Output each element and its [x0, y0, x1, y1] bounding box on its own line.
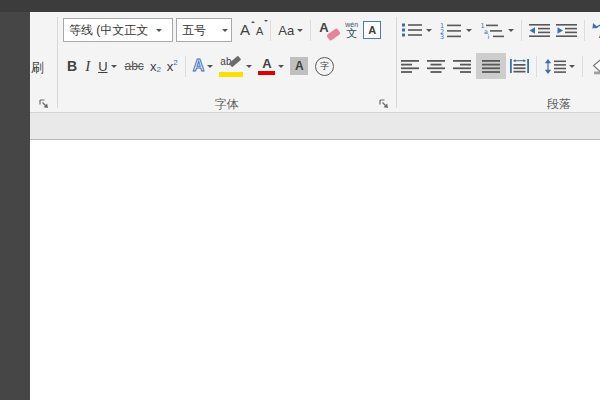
word-window: 刷 等线 (中文正文 五号 A A	[0, 0, 600, 400]
italic-icon: I	[85, 58, 90, 75]
multilevel-list-button[interactable]: 1 a i	[478, 17, 516, 43]
align-center-button[interactable]	[425, 53, 447, 79]
justify-button[interactable]	[476, 53, 506, 79]
paragraph-group-row1: 1 2 3 1 a i	[399, 16, 600, 44]
strikethrough-button[interactable]: abc	[123, 53, 146, 79]
group-separator	[396, 17, 397, 108]
superscript-icon: 2	[173, 58, 177, 67]
divider	[536, 56, 537, 77]
caret-down-icon	[264, 20, 268, 24]
font-name-combo[interactable]: 等线 (中文正文	[63, 18, 173, 42]
asian-layout-icon: A	[592, 20, 600, 40]
font-color-swatch	[258, 71, 275, 76]
font-size-combo[interactable]: 五号	[176, 18, 232, 42]
multilevel-list-icon: 1 a i	[480, 22, 505, 39]
ribbon-document-gap	[30, 113, 600, 140]
divider	[310, 20, 311, 41]
shrink-font-button[interactable]: A	[254, 17, 265, 43]
chevron-down-icon	[297, 29, 303, 35]
underline-button[interactable]: U	[96, 53, 118, 79]
line-spacing-button[interactable]	[542, 53, 577, 79]
align-center-icon	[427, 60, 445, 73]
svg-text:i: i	[488, 33, 490, 39]
underline-icon: U	[98, 59, 107, 74]
numbering-icon: 1 2 3	[439, 22, 463, 39]
chevron-down-icon	[426, 29, 432, 35]
character-border-button[interactable]: A	[361, 17, 383, 43]
chevron-down-icon	[222, 29, 228, 35]
increase-indent-icon	[556, 23, 577, 38]
highlight-icon: ab	[219, 56, 243, 77]
grow-font-button[interactable]: A	[238, 17, 252, 43]
divider	[521, 20, 522, 41]
paragraph-group-label: 段落	[399, 96, 600, 113]
chevron-down-icon	[569, 65, 575, 71]
bold-button[interactable]: B	[65, 53, 79, 79]
divider	[270, 20, 271, 41]
chevron-down-icon	[508, 29, 514, 35]
numbering-button[interactable]: 1 2 3	[437, 17, 474, 43]
change-case-icon: Aa	[278, 23, 294, 38]
shrink-font-icon: A	[256, 25, 263, 37]
change-case-button[interactable]: Aa	[276, 17, 305, 43]
dialog-launcher-icon	[378, 98, 390, 110]
character-shading-button[interactable]: A	[288, 53, 310, 79]
font-color-button[interactable]: A	[256, 53, 286, 79]
text-effects-icon: A	[193, 57, 205, 75]
strikethrough-icon: abc	[125, 59, 144, 73]
asian-layout-button[interactable]: A	[590, 17, 600, 43]
character-shading-icon: A	[290, 57, 308, 75]
caret-up-icon	[251, 19, 255, 23]
decrease-indent-button[interactable]	[527, 17, 552, 43]
chevron-down-icon	[278, 65, 284, 71]
font-dialog-launcher[interactable]	[378, 98, 390, 110]
enclose-characters-button[interactable]: 字	[313, 53, 336, 79]
font-group-label: 字体	[57, 96, 396, 113]
dialog-launcher-icon	[38, 98, 50, 110]
clear-formatting-button[interactable]: A	[316, 17, 342, 43]
bullets-icon	[401, 22, 423, 38]
clipboard-dialog-launcher[interactable]	[38, 98, 50, 110]
font-group-row1: 等线 (中文正文 五号 A A Aa A	[63, 16, 383, 44]
superscript-button[interactable]: x 2	[165, 53, 180, 79]
phonetic-guide-icon: wén 文	[345, 21, 358, 39]
align-right-button[interactable]	[451, 53, 473, 79]
italic-button[interactable]: I	[83, 53, 92, 79]
font-color-icon: A	[258, 57, 275, 76]
chevron-down-icon	[207, 65, 213, 71]
format-painter-button[interactable]: 刷	[31, 59, 44, 77]
phonetic-guide-button[interactable]: wén 文	[343, 17, 360, 43]
svg-text:3: 3	[440, 33, 444, 39]
window-left-edge	[0, 12, 30, 400]
highlight-color-button[interactable]: ab	[217, 53, 254, 79]
enclose-characters-icon: 字	[315, 57, 334, 76]
subscript-button[interactable]: x 2	[148, 53, 163, 79]
font-group-row2: B I U abc x 2 x 2 A	[65, 52, 336, 80]
align-left-button[interactable]	[399, 53, 421, 79]
subscript-icon: 2	[156, 65, 160, 74]
distribute-text-icon	[510, 59, 529, 73]
highlight-color-swatch	[219, 72, 243, 77]
text-effects-button[interactable]: A	[191, 53, 216, 79]
decrease-indent-icon	[529, 23, 550, 38]
increase-indent-button[interactable]	[554, 17, 579, 43]
chevron-down-icon	[111, 65, 117, 71]
paint-bucket-icon	[590, 58, 600, 75]
clear-formatting-icon: A	[318, 20, 340, 40]
distribute-text-button[interactable]	[508, 53, 531, 79]
justify-icon	[482, 60, 500, 73]
bold-icon: B	[67, 58, 77, 74]
chevron-down-icon	[466, 29, 472, 35]
group-separator	[57, 17, 58, 108]
line-spacing-icon	[544, 59, 566, 74]
bullets-button[interactable]	[399, 17, 434, 43]
align-right-icon	[453, 60, 471, 73]
shading-button[interactable]	[588, 53, 600, 79]
divider	[584, 20, 585, 41]
chevron-down-icon	[246, 65, 252, 71]
font-name-value: 等线 (中文正文	[69, 22, 153, 39]
grow-font-icon: A	[240, 21, 250, 38]
document-canvas[interactable]	[30, 140, 600, 400]
window-top-edge	[0, 0, 600, 12]
align-left-icon	[401, 60, 419, 73]
